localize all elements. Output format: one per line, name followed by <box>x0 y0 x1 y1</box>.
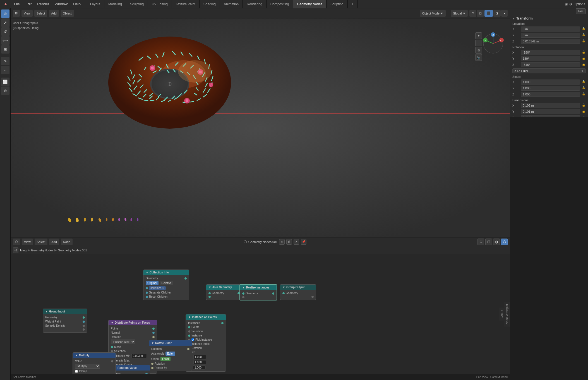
socket-sprinkle-density-out[interactable] <box>83 325 85 327</box>
euler-mode-btn[interactable]: Euler <box>165 352 175 356</box>
tab-scripting[interactable]: Scripting <box>327 0 348 8</box>
menu-render[interactable]: Render <box>34 0 52 8</box>
ne-view-menu[interactable]: View <box>22 239 33 245</box>
ne-pin-btn[interactable]: 📌 <box>301 239 306 245</box>
tab-texture-paint[interactable]: Texture Paint <box>172 0 200 8</box>
socket-reset-in[interactable] <box>146 296 148 298</box>
zoom-in-btn[interactable]: + <box>475 32 482 39</box>
socket-output-extra[interactable] <box>311 296 314 298</box>
socket-coll-in[interactable] <box>146 287 148 289</box>
socket-coll-info-geo-out[interactable] <box>184 277 187 280</box>
node-group-input[interactable]: ▼ Group Input Geometry Weight Paint <box>43 309 87 333</box>
socket-extra-out[interactable] <box>83 328 85 331</box>
scale-y-lock[interactable]: 🔒 <box>582 86 586 90</box>
node-realize-instances[interactable]: ▼ Realize Instances Geometry <box>239 284 277 300</box>
transform-collapse-btn[interactable]: ▼ <box>512 17 515 20</box>
node-rotate-euler[interactable]: ▼ Rotate Euler Rotation Axis Angle Euler <box>149 340 192 371</box>
ne-snapping-btn[interactable]: ⊡ <box>485 239 492 245</box>
tab-modeling[interactable]: Modeling <box>104 0 126 8</box>
tab-geometry-nodes[interactable]: Geometry Nodes <box>293 0 327 8</box>
rotation-x-lock[interactable]: 🔒 <box>582 50 586 54</box>
overlay-btn[interactable]: ⊙ <box>469 10 476 17</box>
rotation-x-value[interactable]: -180° <box>521 50 580 55</box>
socket-re-rotby-in[interactable] <box>151 367 153 369</box>
socket-inst-sel-in[interactable] <box>188 330 190 333</box>
menu-file[interactable]: File <box>11 0 23 8</box>
shading-render[interactable]: ● <box>501 10 508 17</box>
dim-z-lock[interactable]: 🔒 <box>582 116 586 117</box>
inst-scale-z-input[interactable] <box>193 365 206 370</box>
tab-uv-editing[interactable]: UV Editing <box>148 0 172 8</box>
rotation-y-value[interactable]: 180° <box>521 56 580 61</box>
editor-type-btn[interactable]: ⊞ <box>13 10 20 17</box>
rotation-y-lock[interactable]: 🔒 <box>582 57 586 61</box>
node-join-geometry[interactable]: ▼ Join Geometry Geometry <box>206 284 242 300</box>
scale-tool[interactable]: ⟺ <box>1 36 9 45</box>
socket-weight-paint-out[interactable] <box>83 321 85 323</box>
annotate-tool[interactable]: ✎ <box>1 57 9 65</box>
tab-compositing[interactable]: Compositing <box>267 0 293 8</box>
sprinkles-remove-btn[interactable]: ✕ <box>162 287 164 290</box>
socket-dist-rotation-out[interactable] <box>152 336 155 338</box>
breadcrumb-item-geonodes001[interactable]: Geometry Nodes.001 <box>58 249 87 252</box>
ne-back-btn[interactable]: ◁ <box>13 247 18 253</box>
socket-join-in2[interactable] <box>208 296 211 298</box>
zoom-fit-btn[interactable]: ⊡ <box>475 47 482 54</box>
rotation-mode-value[interactable]: XYZ Euler ▼ <box>512 68 586 73</box>
dim-y-lock[interactable]: 🔒 <box>582 110 586 114</box>
menu-edit[interactable]: Edit <box>23 0 34 8</box>
ne-add-menu[interactable]: Add <box>49 239 59 245</box>
options-btn[interactable]: File <box>576 8 586 14</box>
shading-wireframe[interactable]: ◻ <box>477 10 484 17</box>
scale-z-value[interactable]: 1.000 <box>521 92 580 97</box>
scale-z-lock[interactable]: 🔒 <box>582 92 586 96</box>
ne-editor-type[interactable]: ⬡ <box>13 239 20 245</box>
breadcrumb-item-geonodes[interactable]: GeometryNodes <box>31 249 53 252</box>
tab-layout[interactable]: Layout <box>86 0 104 8</box>
ne-link-btn[interactable]: ⛓ <box>286 239 292 245</box>
breadcrumb-item-icing[interactable]: Icing <box>20 249 27 252</box>
location-z-value[interactable]: 0.018142 m <box>521 39 580 44</box>
tab-animation[interactable]: Animation <box>220 0 243 8</box>
object-menu[interactable]: Object <box>61 10 74 17</box>
node-random-value[interactable]: ▼ Random Value Value Vector <box>111 365 150 374</box>
viewport-gizmo[interactable]: X Y Z <box>482 32 504 55</box>
socket-dist-points-out[interactable] <box>152 328 155 330</box>
node-group-output[interactable]: ▼ Group Output Geometry <box>280 284 316 300</box>
transform-tool[interactable]: ⊞ <box>1 45 9 54</box>
dim-x-value[interactable]: 0.105 m <box>521 103 580 108</box>
local-mode-btn[interactable]: Local <box>160 357 171 361</box>
node-multiply[interactable]: ▼ Multiply Value Multiply <box>73 352 116 374</box>
socket-inst-points-in[interactable] <box>188 326 190 328</box>
zoom-out-btn[interactable]: − <box>475 40 482 46</box>
engine-selector[interactable]: ▣ <box>565 2 568 6</box>
socket-dist-normal-out[interactable] <box>152 332 155 334</box>
node-canvas[interactable]: ▼ Group Input Geometry Weight Paint <box>11 254 510 374</box>
location-x-lock[interactable]: 🔒 <box>582 27 586 31</box>
ne-copy-btn[interactable]: ⎘ <box>279 239 285 245</box>
view-menu[interactable]: View <box>21 10 33 17</box>
move-tool[interactable]: ⤢ <box>1 18 9 27</box>
socket-dist-mesh-in[interactable] <box>111 346 113 348</box>
clamp-checkbox[interactable] <box>75 370 78 373</box>
rotation-z-lock[interactable]: 🔒 <box>582 63 586 67</box>
socket-realize-out[interactable] <box>272 292 274 295</box>
sprinkles-tag[interactable]: sprinkles ✕ <box>149 286 166 290</box>
ne-active-btn[interactable]: ⬡ <box>501 239 508 245</box>
socket-realize-extra-in[interactable] <box>242 296 244 298</box>
viewport[interactable]: User Orthographic (0) sprinkles | Icing <box>11 18 510 237</box>
socket-inst-instance-in[interactable] <box>188 335 190 337</box>
node-collection-info[interactable]: ▼ Collection Info Geometry Original Rela… <box>143 270 189 300</box>
socket-inst-out[interactable] <box>221 322 224 324</box>
select-menu[interactable]: Select <box>34 10 47 17</box>
location-x-value[interactable]: 0 m <box>521 27 580 32</box>
tab-sculpting[interactable]: Sculpting <box>126 0 148 8</box>
inst-scale-y-input[interactable] <box>193 360 206 364</box>
location-z-lock[interactable]: 🔒 <box>582 39 586 43</box>
rotate-tool[interactable]: ↺ <box>1 27 9 36</box>
ne-close-btn[interactable]: ✕ <box>294 239 299 245</box>
dim-x-lock[interactable]: 🔒 <box>582 104 586 107</box>
original-btn[interactable]: Original <box>146 281 159 285</box>
socket-realize-in[interactable] <box>242 292 244 295</box>
add-menu[interactable]: Add <box>49 10 59 17</box>
